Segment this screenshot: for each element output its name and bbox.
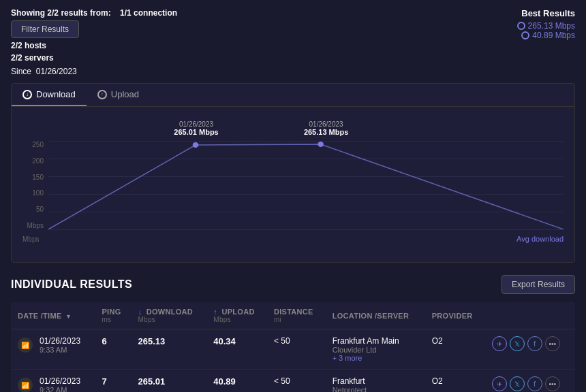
chart-dot-2: [318, 142, 324, 147]
since-date: 01/26/2023: [36, 67, 77, 76]
chart-tabs: ↓ Download ↑ Upload: [12, 84, 574, 107]
tab-download-label: Download: [36, 89, 76, 99]
wifi-icon-2: 📶: [18, 378, 33, 392]
distance-value-1: < 50: [274, 336, 290, 346]
more-link-1[interactable]: + 3 more: [333, 354, 418, 362]
grid-line-0: [48, 229, 564, 230]
share-icon-1[interactable]: ✈: [492, 336, 507, 351]
col-ping: PING ms: [95, 302, 131, 329]
cell-provider-2: O2: [425, 370, 485, 393]
cell-upload-2: 40.89: [206, 370, 267, 393]
distance-value-2: < 50: [274, 376, 290, 386]
servers-text: 2/2 servers: [11, 53, 177, 63]
tab-download[interactable]: ↓ Download: [12, 84, 87, 106]
facebook-icon-1[interactable]: f: [527, 336, 542, 351]
cell-datetime-2: 📶 01/26/2023 9:32 AM: [11, 370, 95, 393]
header: Showing 2/2 results from: 1/1 connection…: [11, 8, 575, 76]
col-actions: [485, 302, 575, 329]
chart-area: 250 200 150 100 50 Mbps: [22, 120, 564, 243]
export-button[interactable]: Export Results: [502, 275, 575, 294]
download-col-icon: ↓: [138, 308, 142, 316]
ping-value-1: 6: [102, 336, 106, 346]
y-label-250: 250: [22, 141, 46, 148]
tab-upload[interactable]: ↑ Upload: [87, 84, 150, 106]
date-cell-1: 01/26/2023 9:33 AM: [40, 336, 80, 354]
cell-actions-1: ✈ 𝕏 f •••: [485, 329, 575, 370]
cell-datetime-1: 📶 01/26/2023 9:33 AM: [11, 329, 95, 370]
time-value-1: 9:33 AM: [40, 346, 80, 354]
twitter-icon-1[interactable]: 𝕏: [510, 336, 525, 351]
header-left: Showing 2/2 results from: 1/1 connection…: [11, 8, 177, 76]
individual-title: INDIVIDUAL RESULTS: [11, 278, 132, 291]
action-icons-2: ✈ 𝕏 f •••: [492, 376, 568, 391]
col-datetime[interactable]: DATE /TIME ▼: [11, 302, 95, 329]
y-label-100: 100: [22, 189, 46, 197]
location-sub-2: Netprotect: [333, 386, 418, 392]
best-download: 265.13 Mbps: [517, 21, 575, 31]
y-label-200: 200: [22, 157, 46, 165]
connection-count: 1/1 connection: [120, 8, 177, 18]
best-results-title: Best Results: [517, 8, 575, 18]
col-upload: ↑ UPLOAD Mbps: [206, 302, 267, 329]
y-axis: 250 200 150 100 50 Mbps: [22, 141, 46, 229]
more-icon-2[interactable]: •••: [545, 376, 560, 391]
chart-svg: [48, 141, 564, 229]
provider-value-1: O2: [432, 336, 443, 346]
upload-tab-icon: ↑: [97, 90, 107, 99]
wifi-icon-1: 📶: [18, 338, 33, 353]
y-label-150: 150: [22, 174, 46, 181]
upload-value-2: 40.89: [213, 376, 236, 387]
table-header: DATE /TIME ▼ PING ms ↓ DOWNLOAD Mbps ↑: [11, 302, 575, 329]
individual-results-section: INDIVIDUAL RESULTS Export Results DATE /…: [11, 275, 575, 392]
header-row: DATE /TIME ▼ PING ms ↓ DOWNLOAD Mbps ↑: [11, 302, 575, 329]
filter-button[interactable]: Filter Results: [11, 20, 79, 38]
download-icon-circle: [517, 22, 525, 30]
more-icon-1[interactable]: •••: [545, 336, 560, 351]
cell-download-2: 265.01: [131, 370, 206, 393]
provider-value-2: O2: [432, 376, 443, 386]
sort-arrow-datetime: ▼: [65, 313, 72, 320]
table-body: 📶 01/26/2023 9:33 AM 6 265.13: [11, 329, 575, 393]
location-name-2: Frankfurt: [333, 376, 418, 386]
upload-value-1: 40.34: [213, 336, 236, 346]
date-cell-2: 01/26/2023 9:32 AM: [40, 376, 80, 392]
y-label-mbps: Mbps: [22, 222, 46, 229]
date-value-1: 01/26/2023: [40, 336, 80, 346]
share-icon-2[interactable]: ✈: [492, 376, 507, 391]
col-provider: PROVIDER: [425, 302, 485, 329]
chart-tooltip-1: 01/26/2023 265.01 Mbps: [174, 120, 218, 136]
best-results: Best Results 265.13 Mbps 40.89 Mbps: [517, 8, 575, 40]
individual-header: INDIVIDUAL RESULTS Export Results: [11, 275, 575, 294]
chart-dot-1: [193, 142, 199, 148]
showing-text: Showing 2/2 results from: 1/1 connection: [11, 8, 177, 18]
cell-distance-1: < 50: [267, 329, 326, 370]
tab-upload-label: Upload: [111, 89, 139, 99]
col-distance: DISTANCE mi: [267, 302, 326, 329]
avg-download-label: Avg download: [516, 235, 564, 243]
results-from: results from:: [61, 8, 110, 18]
best-upload: 40.89 Mbps: [517, 31, 575, 40]
download-value-2: 265.01: [138, 376, 165, 387]
download-value-1: 265.13: [138, 336, 165, 346]
cell-ping-1: 6: [95, 329, 131, 370]
cell-location-2: Frankfurt Netprotect + 3 more: [326, 370, 425, 393]
chart-tooltip-2: 01/26/2023 265.13 Mbps: [304, 120, 348, 136]
results-count: 2/2: [47, 8, 59, 18]
table-row: 📶 01/26/2023 9:33 AM 6 265.13: [11, 329, 575, 370]
download-tab-icon: ↓: [22, 90, 32, 99]
facebook-icon-2[interactable]: f: [527, 376, 542, 391]
y-label-50: 50: [22, 206, 46, 213]
action-icons-1: ✈ 𝕏 f •••: [492, 336, 568, 351]
cell-ping-2: 7: [95, 370, 131, 393]
results-table: DATE /TIME ▼ PING ms ↓ DOWNLOAD Mbps ↑: [11, 302, 575, 392]
location-name-1: Frankfurt Am Main: [333, 336, 418, 346]
cell-actions-2: ✈ 𝕏 f •••: [485, 370, 575, 393]
upload-icon-circle: [521, 31, 529, 39]
showing-label: Showing: [11, 8, 45, 18]
table-row: 📶 01/26/2023 9:32 AM 7 265.01: [11, 370, 575, 393]
twitter-icon-2[interactable]: 𝕏: [510, 376, 525, 391]
cell-distance-2: < 50: [267, 370, 326, 393]
cell-provider-1: O2: [425, 329, 485, 370]
time-value-2: 9:32 AM: [40, 386, 80, 392]
col-download: ↓ DOWNLOAD Mbps: [131, 302, 206, 329]
